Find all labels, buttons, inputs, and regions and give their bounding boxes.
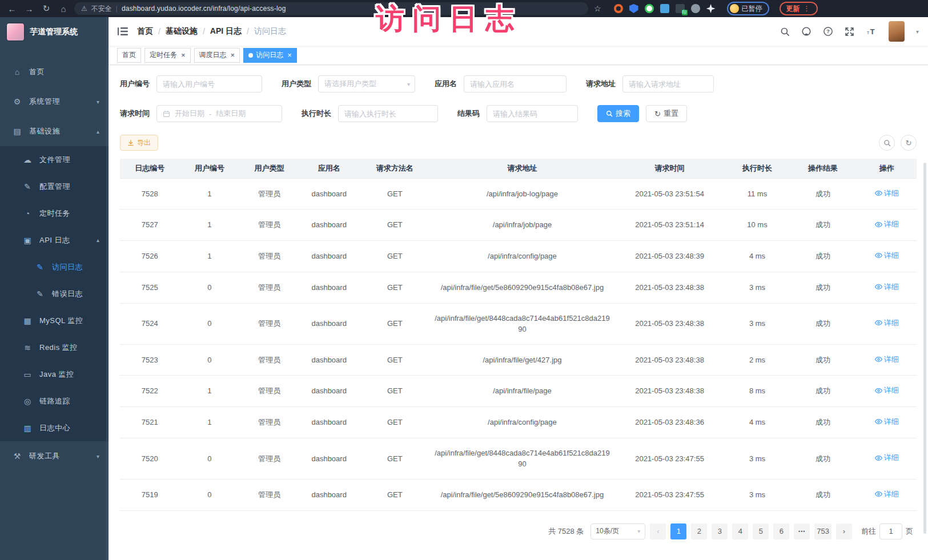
- user-avatar[interactable]: [889, 21, 905, 42]
- browser-home-icon[interactable]: ⌂: [57, 4, 70, 14]
- breadcrumb-item[interactable]: 基础设施: [166, 26, 198, 37]
- close-icon[interactable]: ×: [181, 51, 186, 59]
- sidebar-item-mysql[interactable]: ▦MySQL 监控: [0, 307, 109, 334]
- sidebar-item-tools[interactable]: ⚒研发工具▾: [0, 441, 109, 471]
- reset-button[interactable]: ↻ 重置: [646, 105, 687, 122]
- detail-link[interactable]: 详细: [875, 250, 899, 261]
- tab-job[interactable]: 定时任务×: [144, 48, 191, 63]
- detail-link[interactable]: 详细: [875, 489, 899, 500]
- github-icon[interactable]: [801, 26, 812, 37]
- sidebar-item-redis[interactable]: ≋Redis 监控: [0, 334, 109, 361]
- browser-forward-icon[interactable]: →: [23, 4, 35, 14]
- api-log-icon: ▣: [22, 236, 33, 245]
- browser-reload-icon[interactable]: ↻: [40, 3, 53, 14]
- cell-user-id: 0: [180, 438, 240, 479]
- font-size-icon[interactable]: TT: [866, 27, 877, 37]
- extension-shield-icon[interactable]: [629, 4, 638, 13]
- header-search-icon[interactable]: [780, 27, 790, 37]
- extension-green-icon[interactable]: [645, 4, 654, 13]
- hide-search-button[interactable]: [879, 135, 895, 151]
- sidebar-item-config[interactable]: ✎配置管理: [0, 173, 109, 200]
- sidebar-logo[interactable]: 芋道管理系统: [0, 17, 109, 47]
- fullscreen-icon[interactable]: [845, 27, 854, 37]
- result-code-input[interactable]: [487, 105, 578, 122]
- extension-grey-icon[interactable]: [691, 4, 700, 13]
- export-button-label: 导出: [137, 138, 151, 148]
- sidebar-item-log-center[interactable]: ▥日志中心: [0, 414, 109, 441]
- detail-link[interactable]: 详细: [875, 354, 899, 365]
- sidebar-item-trace[interactable]: ◎链路追踪: [0, 388, 109, 414]
- tab-access-log[interactable]: 访问日志×: [243, 48, 297, 63]
- jump-page-input[interactable]: [879, 523, 902, 539]
- close-icon[interactable]: ×: [287, 51, 292, 59]
- sidebar-item-error-log[interactable]: ✎错误日志: [0, 280, 109, 307]
- tab-job-log[interactable]: 调度日志×: [194, 48, 240, 63]
- extension-orange-icon[interactable]: [614, 4, 623, 13]
- detail-link[interactable]: 详细: [875, 188, 899, 199]
- breadcrumb-item[interactable]: 首页: [137, 26, 153, 37]
- pager-page-2[interactable]: 2: [691, 523, 707, 539]
- sidebar-item-java[interactable]: ▭Java 监控: [0, 361, 109, 388]
- detail-link[interactable]: 详细: [875, 219, 899, 230]
- cell-user-id: 1: [180, 407, 240, 438]
- browser-back-icon[interactable]: ←: [6, 4, 18, 14]
- prev-page-button[interactable]: ‹: [650, 523, 666, 539]
- chevron-down-icon[interactable]: ▾: [916, 29, 919, 35]
- pager-page-753[interactable]: 753: [814, 523, 831, 539]
- page-size-select[interactable]: 10条/页 ▾: [590, 523, 645, 539]
- help-icon[interactable]: ?: [823, 26, 833, 37]
- browser-update-button[interactable]: 更新 ⋮: [780, 2, 818, 15]
- close-icon[interactable]: ×: [231, 51, 235, 59]
- bookmark-star-icon[interactable]: ☆: [594, 4, 601, 13]
- window-scrollbar[interactable]: [923, 163, 926, 534]
- sidebar-item-file[interactable]: ☁文件管理: [0, 146, 109, 173]
- app-name-input[interactable]: [464, 75, 567, 92]
- user-type-select[interactable]: 请选择用户类型 ▾: [318, 75, 415, 92]
- detail-link[interactable]: 详细: [875, 281, 899, 293]
- duration-input[interactable]: [338, 105, 438, 122]
- pager-page-3[interactable]: 3: [712, 523, 728, 539]
- sidebar-item-infra[interactable]: ▤基础设施▴: [0, 116, 109, 146]
- sidebar-item-api-log[interactable]: ▣API 日志▴: [0, 227, 109, 253]
- eye-icon: [875, 283, 882, 291]
- next-page-button[interactable]: ›: [836, 523, 852, 539]
- table-row: 75250管理员dashboardGET/api/infra/file/get/…: [120, 272, 917, 303]
- cloud-upload-icon: ☁: [22, 155, 33, 164]
- pager-page-5[interactable]: 5: [753, 523, 769, 539]
- request-time-range-picker[interactable]: 开始日期 - 结束日期: [156, 105, 282, 122]
- column-header: 应用名: [299, 159, 359, 178]
- detail-link[interactable]: 详细: [875, 385, 899, 396]
- sidebar-item-system[interactable]: ⚙系统管理▾: [0, 87, 109, 116]
- refresh-icon: ↻: [906, 139, 912, 147]
- tab-home[interactable]: 首页: [117, 48, 141, 63]
- pager-page-1[interactable]: 1: [670, 523, 686, 539]
- browser-menu-icon[interactable]: ⋮: [804, 5, 811, 13]
- sidebar-scrollbar[interactable]: [106, 17, 108, 560]
- refresh-icon: ↻: [654, 110, 661, 118]
- sidebar-item-access-log[interactable]: ✎访问日志: [0, 253, 109, 280]
- user-id-input[interactable]: [156, 75, 262, 92]
- detail-link[interactable]: 详细: [875, 416, 899, 428]
- extension-translate-icon[interactable]: 印: [676, 4, 685, 13]
- search-button[interactable]: 搜索: [597, 105, 639, 122]
- address-bar[interactable]: ⚠ 不安全 | dashboard.yudao.iocoder.cn/infra…: [74, 2, 588, 15]
- extension-puzzle-icon[interactable]: [660, 4, 669, 13]
- pager-page-4[interactable]: 4: [732, 523, 748, 539]
- chevron-up-icon: ▴: [97, 237, 99, 243]
- detail-link[interactable]: 详细: [875, 452, 899, 464]
- browser-profile-chip[interactable]: 已暂停: [727, 2, 769, 15]
- extension-star-icon[interactable]: [706, 4, 716, 13]
- cell-log-id: 7524: [120, 303, 180, 344]
- hamburger-icon[interactable]: [118, 27, 128, 36]
- cell-app-name: dashboard: [299, 210, 359, 241]
- filter-row-2: 请求时间 开始日期 - 结束日期 执行时长 结果码: [120, 105, 917, 122]
- request-url-input[interactable]: [622, 75, 714, 92]
- breadcrumb-item[interactable]: API 日志: [210, 26, 242, 37]
- eye-icon: [875, 319, 882, 327]
- sidebar-item-home[interactable]: ⌂首页: [0, 57, 109, 87]
- detail-link[interactable]: 详细: [875, 317, 899, 329]
- pager-page-6[interactable]: 6: [773, 523, 789, 539]
- refresh-table-button[interactable]: ↻: [901, 135, 917, 151]
- sidebar-item-job[interactable]: ◔定时任务: [0, 200, 109, 227]
- export-button[interactable]: 导出: [120, 135, 158, 151]
